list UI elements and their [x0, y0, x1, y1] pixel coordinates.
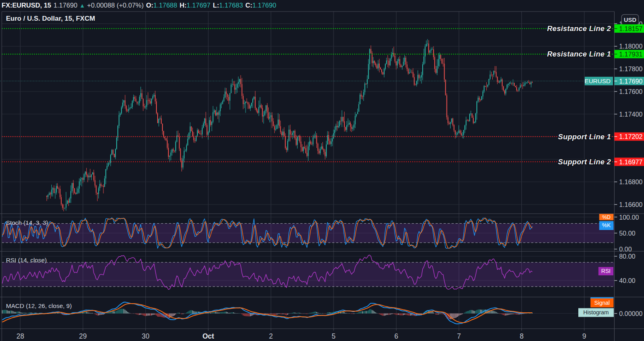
svg-text:EURUSD: EURUSD — [585, 78, 611, 84]
svg-text:Resistance Line 1: Resistance Line 1 — [547, 50, 611, 58]
svg-text:1.16800: 1.16800 — [619, 178, 643, 185]
svg-text:9: 9 — [582, 332, 586, 340]
svg-text:1.18157: 1.18157 — [619, 25, 643, 32]
svg-text:0.00000: 0.00000 — [619, 310, 643, 317]
svg-text:RSI (14, close): RSI (14, close) — [6, 257, 47, 263]
svg-text:Oct: Oct — [203, 332, 214, 340]
svg-text:Histogram: Histogram — [584, 309, 609, 316]
svg-text:1.17400: 1.17400 — [619, 111, 643, 118]
svg-text:1.17931: 1.17931 — [619, 51, 643, 58]
svg-text:8: 8 — [520, 332, 524, 340]
svg-text:USD: USD — [624, 16, 636, 23]
svg-text:29: 29 — [79, 332, 87, 340]
svg-text:28: 28 — [16, 332, 24, 340]
svg-text:50.00: 50.00 — [619, 230, 636, 237]
svg-text:5: 5 — [332, 332, 336, 340]
svg-text:Stoch (14, 3, 3): Stoch (14, 3, 3) — [6, 219, 48, 226]
svg-text:30: 30 — [142, 332, 150, 340]
svg-text:1.16977: 1.16977 — [619, 158, 643, 166]
svg-text:1.17800: 1.17800 — [619, 65, 643, 72]
svg-text:7: 7 — [457, 332, 461, 340]
svg-text:RSI: RSI — [601, 268, 611, 274]
svg-text:100.00: 100.00 — [619, 214, 639, 221]
svg-text:1.18000: 1.18000 — [619, 43, 643, 50]
svg-text:Resistance Line 2: Resistance Line 2 — [547, 24, 611, 33]
svg-text:Euro / U.S. Dollar, 15, FXCM: Euro / U.S. Dollar, 15, FXCM — [6, 15, 95, 22]
svg-text:0.00: 0.00 — [619, 246, 632, 253]
svg-text:Support Line 2: Support Line 2 — [558, 158, 611, 166]
svg-text:40.00: 40.00 — [619, 277, 636, 284]
svg-text:1.17690: 1.17690 — [619, 78, 643, 85]
svg-text:1.16600: 1.16600 — [619, 201, 643, 208]
svg-text:80.00: 80.00 — [619, 253, 636, 260]
svg-text:%D: %D — [602, 214, 611, 220]
svg-text:MACD (12, 26, close, 9): MACD (12, 26, close, 9) — [6, 302, 72, 309]
svg-text:1.17600: 1.17600 — [619, 88, 643, 95]
svg-text:FX:EURUSD, 151.17690▲+0.00088: FX:EURUSD, 151.17690▲+0.00088 (+0.07%)O:… — [2, 2, 276, 9]
svg-text:%K: %K — [602, 222, 611, 228]
svg-text:2: 2 — [269, 332, 273, 340]
svg-text:6: 6 — [394, 332, 398, 340]
svg-text:Signal: Signal — [594, 300, 610, 306]
svg-text:1.17202: 1.17202 — [619, 133, 643, 140]
svg-text:Support Line 1: Support Line 1 — [558, 133, 611, 141]
